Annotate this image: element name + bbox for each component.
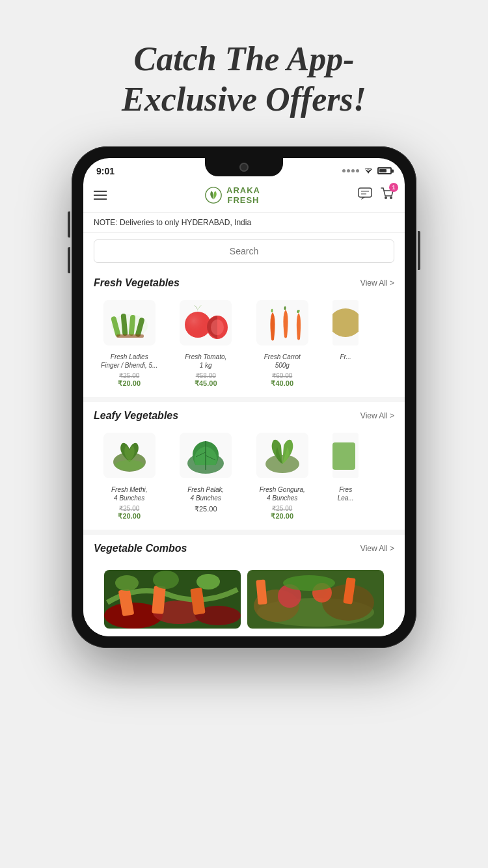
product-price-old: ₹25.00 xyxy=(119,505,139,512)
hamburger-line-1 xyxy=(94,191,107,192)
signal-dots xyxy=(342,169,359,172)
signal-dot-4 xyxy=(356,169,359,172)
section-divider xyxy=(83,397,405,402)
product-name: Fresh Carrot500g xyxy=(264,353,301,370)
messages-button[interactable] xyxy=(358,187,372,204)
signal-dot-3 xyxy=(351,169,355,172)
status-time: 9:01 xyxy=(96,166,115,176)
product-price-old: ₹25.00 xyxy=(272,505,292,512)
vegetable-combos-title: Vegetable Combos xyxy=(94,543,187,554)
partial-leafy-image xyxy=(332,433,359,478)
phone-screen: 9:01 xyxy=(83,158,405,636)
headline-line2: Exclusive Offers! xyxy=(122,81,366,118)
svg-rect-14 xyxy=(116,334,144,338)
tomato-image xyxy=(180,300,232,346)
svg-point-53 xyxy=(283,575,335,591)
logo-fresh: FRESH xyxy=(227,195,259,205)
cart-button[interactable]: 1 xyxy=(380,187,394,204)
svg-point-43 xyxy=(153,571,179,589)
methi-image xyxy=(103,433,156,478)
product-palak[interactable]: Fresh Palak,4 Bunches ₹25.00 xyxy=(170,429,242,521)
svg-point-6 xyxy=(385,197,387,199)
logo-leaf-icon xyxy=(204,186,223,204)
product-carrot[interactable]: Fresh Carrot500g ₹60.00 ₹40.00 xyxy=(247,297,318,388)
product-image-container xyxy=(253,429,312,481)
phone-notch xyxy=(205,158,283,176)
product-partial-leafy: FresLea... xyxy=(323,429,368,521)
svg-rect-40 xyxy=(152,586,166,614)
product-price-new: ₹40.00 xyxy=(271,379,293,388)
wifi-icon xyxy=(363,166,373,176)
product-image-container xyxy=(253,297,312,349)
svg-point-22 xyxy=(332,308,359,337)
product-name: Fresh LadiesFinger / Bhendi, 5... xyxy=(101,353,157,370)
leafy-vegetables-products: Fresh Methi,4 Bunches ₹25.00 ₹20.00 xyxy=(94,429,394,530)
combo-image-2[interactable] xyxy=(247,570,384,629)
product-image-container xyxy=(176,429,235,481)
product-price-only: ₹25.00 xyxy=(195,505,217,513)
fresh-vegetables-title: Fresh Vegetables xyxy=(94,277,180,289)
logo-text: ARAKA FRESH xyxy=(226,185,260,206)
carrot-image xyxy=(256,300,308,346)
vegetable-combos-header: Vegetable Combos View All > xyxy=(94,543,394,554)
signal-dot-1 xyxy=(342,169,346,172)
product-price-new: ₹20.00 xyxy=(271,512,293,521)
svg-point-25 xyxy=(115,460,144,470)
hamburger-line-3 xyxy=(94,198,107,200)
vegetable-combos-view-all[interactable]: View All > xyxy=(360,544,394,553)
svg-rect-3 xyxy=(359,188,372,197)
headline-line1: Catch The App- xyxy=(134,40,355,77)
svg-point-17 xyxy=(185,312,211,338)
menu-button[interactable] xyxy=(94,191,107,200)
product-image-container xyxy=(323,297,368,349)
combo-2-image xyxy=(247,570,384,629)
product-name: Fresh Gongura,4 Bunches xyxy=(260,485,305,502)
svg-point-42 xyxy=(115,575,139,591)
product-tomato[interactable]: Fresh Tomato,1 kg ₹58.00 ₹45.00 xyxy=(170,297,242,388)
product-price-old: ₹58.00 xyxy=(196,372,216,379)
product-name: Fresh Tomato,1 kg xyxy=(185,353,226,370)
signal-dot-2 xyxy=(347,169,350,172)
search-input[interactable] xyxy=(94,239,394,263)
svg-point-44 xyxy=(197,574,220,590)
svg-point-0 xyxy=(368,172,369,174)
product-gongura[interactable]: Fresh Gongura,4 Bunches ₹25.00 ₹20.00 xyxy=(247,429,318,521)
combo-1-image xyxy=(104,570,241,629)
volume-down-button xyxy=(68,247,70,273)
app-logo: ARAKA FRESH xyxy=(204,185,260,206)
logo-araka: ARAKA xyxy=(226,185,260,195)
battery-icon xyxy=(377,167,392,174)
app-navbar: ARAKA FRESH xyxy=(83,182,405,213)
search-container xyxy=(83,233,405,269)
status-icons xyxy=(342,166,392,176)
cart-badge: 1 xyxy=(389,183,398,192)
product-name: FresLea... xyxy=(338,485,354,502)
fresh-vegetables-header: Fresh Vegetables View All > xyxy=(94,277,394,289)
product-price-new: ₹45.00 xyxy=(195,379,217,388)
product-image-container xyxy=(323,429,368,481)
nav-icons: 1 xyxy=(358,187,394,204)
partial-product-image xyxy=(332,300,359,346)
gongura-image xyxy=(256,433,308,478)
notice-bar: NOTE: Deliveries to only HYDERABAD, Indi… xyxy=(83,213,405,233)
leafy-vegetables-header: Leafy Vegetables View All > xyxy=(94,410,394,422)
palak-image xyxy=(180,433,232,478)
volume-up-button xyxy=(68,211,70,237)
svg-point-19 xyxy=(211,319,224,335)
hamburger-line-2 xyxy=(94,195,107,196)
front-camera xyxy=(239,163,249,172)
product-ladies-finger[interactable]: Fresh LadiesFinger / Bhendi, 5... ₹25.00… xyxy=(94,297,165,388)
leafy-vegetables-section: Leafy Vegetables View All > xyxy=(83,402,405,530)
section-divider-2 xyxy=(83,530,405,535)
product-price-new: ₹20.00 xyxy=(118,512,141,521)
product-name: Fr... xyxy=(340,353,351,361)
product-price-old: ₹60.00 xyxy=(272,372,292,379)
fresh-vegetables-view-all[interactable]: View All > xyxy=(360,278,394,288)
fresh-vegetables-products: Fresh LadiesFinger / Bhendi, 5... ₹25.00… xyxy=(94,297,394,397)
fresh-vegetables-section: Fresh Vegetables View All > xyxy=(83,269,405,397)
notice-text: NOTE: Deliveries to only HYDERABAD, Indi… xyxy=(94,218,251,227)
product-image-container xyxy=(176,297,235,349)
leafy-vegetables-view-all[interactable]: View All > xyxy=(360,411,394,420)
combo-image-1[interactable] xyxy=(104,570,241,629)
product-methi[interactable]: Fresh Methi,4 Bunches ₹25.00 ₹20.00 xyxy=(94,429,165,521)
